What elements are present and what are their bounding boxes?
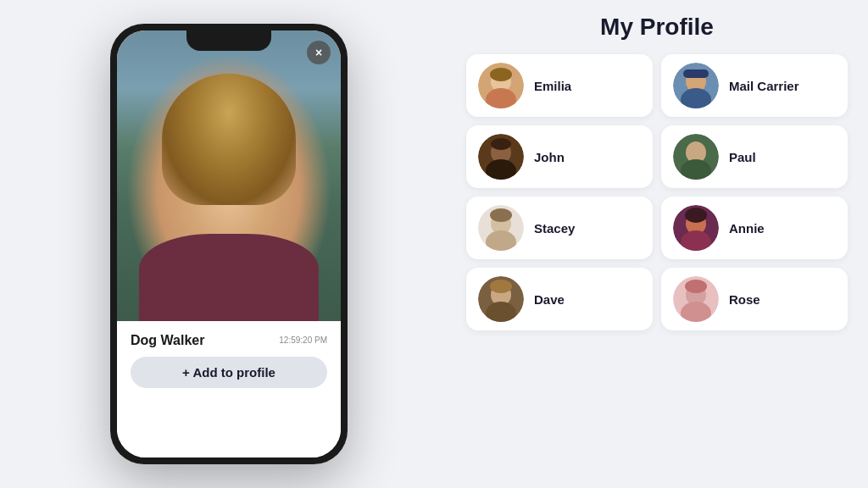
avatar-stacey — [478, 205, 524, 251]
profile-card-john[interactable]: John — [466, 125, 653, 188]
phone-screen: × Dog Walker 12:59:20 PM + Add to profil… — [117, 30, 341, 458]
svg-point-29 — [685, 280, 707, 293]
avatar-mailcarrier — [673, 63, 719, 108]
phone-mockup: × Dog Walker 12:59:20 PM + Add to profil… — [110, 24, 348, 464]
profile-card-rose[interactable]: Rose — [661, 268, 848, 330]
phone-notch — [186, 30, 271, 51]
profile-name-john: John — [534, 150, 565, 164]
close-button[interactable]: × — [307, 41, 331, 64]
profile-name-rose: Rose — [729, 292, 760, 307]
avatar-emilia — [478, 63, 524, 108]
profile-card-stacey[interactable]: Stacey — [466, 197, 653, 259]
avatar-paul — [673, 134, 719, 180]
svg-point-17 — [490, 208, 512, 222]
avatar-dave — [478, 276, 524, 322]
svg-point-10 — [491, 138, 511, 150]
svg-point-25 — [490, 280, 512, 293]
svg-point-2 — [490, 68, 512, 81]
timestamp: 12:59:20 PM — [279, 336, 327, 345]
profile-card-mailcarrier[interactable]: Mail Carrier — [661, 54, 848, 117]
person-photo: × — [117, 30, 341, 321]
profile-name-mailcarrier: Mail Carrier — [729, 79, 799, 93]
profile-name-paul: Paul — [729, 150, 756, 164]
svg-rect-6 — [683, 69, 709, 78]
profile-name-emilia: Emilia — [534, 79, 571, 93]
profile-card-emilia[interactable]: Emilia — [466, 54, 653, 117]
role-label: Dog Walker — [131, 333, 204, 348]
avatar-annie — [673, 205, 719, 251]
profile-name-stacey: Stacey — [534, 221, 575, 236]
profiles-grid: Emilia Mail Carrier John Paul Stacey Ann… — [466, 54, 848, 330]
right-panel: My Profile Emilia Mail Carrier John Paul — [458, 0, 868, 488]
face-clothing — [139, 234, 318, 321]
avatar-rose — [673, 276, 719, 322]
phone-info-panel: Dog Walker 12:59:20 PM + Add to profile — [117, 321, 341, 458]
phone-info-header: Dog Walker 12:59:20 PM — [131, 333, 327, 348]
profile-card-dave[interactable]: Dave — [466, 268, 653, 330]
profile-name-dave: Dave — [534, 292, 565, 307]
close-icon: × — [315, 46, 322, 59]
profile-name-annie: Annie — [729, 221, 765, 236]
face-hair — [162, 74, 296, 204]
page-title: My Profile — [466, 14, 848, 41]
avatar-john — [478, 134, 524, 180]
add-to-profile-button[interactable]: + Add to profile — [131, 357, 327, 388]
profile-card-paul[interactable]: Paul — [661, 125, 848, 188]
profile-card-annie[interactable]: Annie — [661, 197, 848, 259]
phone-mockup-panel: × Dog Walker 12:59:20 PM + Add to profil… — [0, 0, 458, 488]
svg-point-21 — [685, 208, 707, 223]
